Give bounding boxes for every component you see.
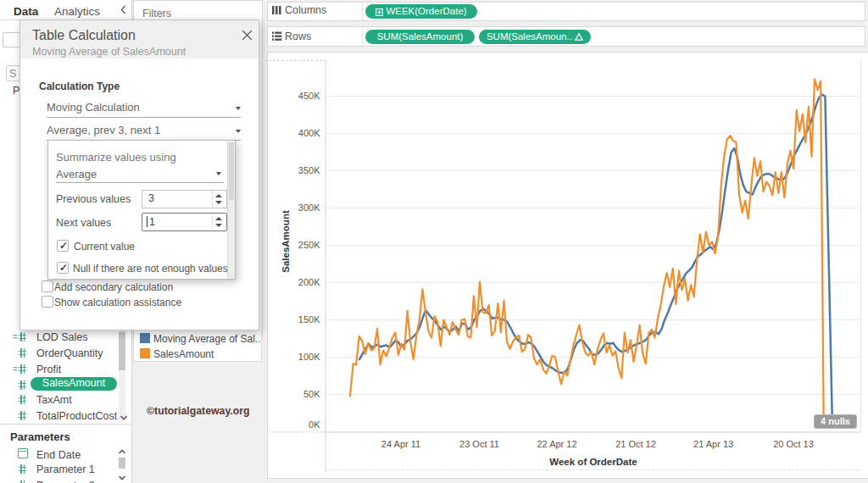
svg-text:21 Apr 13: 21 Apr 13 — [693, 439, 733, 449]
svg-text:200K: 200K — [298, 277, 320, 287]
svg-text:24 Apr 11: 24 Apr 11 — [381, 439, 420, 449]
svg-text:0K: 0K — [309, 419, 320, 430]
svg-text:150K: 150K — [298, 314, 320, 325]
svg-text:Week of OrderDate: Week of OrderDate — [549, 457, 637, 467]
svg-text:20 Oct 13: 20 Oct 13 — [773, 439, 814, 449]
svg-text:300K: 300K — [298, 203, 320, 213]
svg-text:23 Oct 11: 23 Oct 11 — [459, 439, 499, 449]
svg-text:350K: 350K — [298, 165, 320, 175]
svg-text:50K: 50K — [303, 389, 320, 399]
svg-text:450K: 450K — [298, 91, 320, 101]
svg-text:250K: 250K — [298, 240, 320, 250]
svg-text:21 Oct 12: 21 Oct 12 — [615, 439, 656, 449]
svg-text:22 Apr 12: 22 Apr 12 — [537, 439, 576, 449]
svg-text:SalesAmount: SalesAmount — [281, 210, 291, 273]
svg-text:100K: 100K — [298, 352, 320, 362]
svg-text:400K: 400K — [298, 128, 320, 138]
